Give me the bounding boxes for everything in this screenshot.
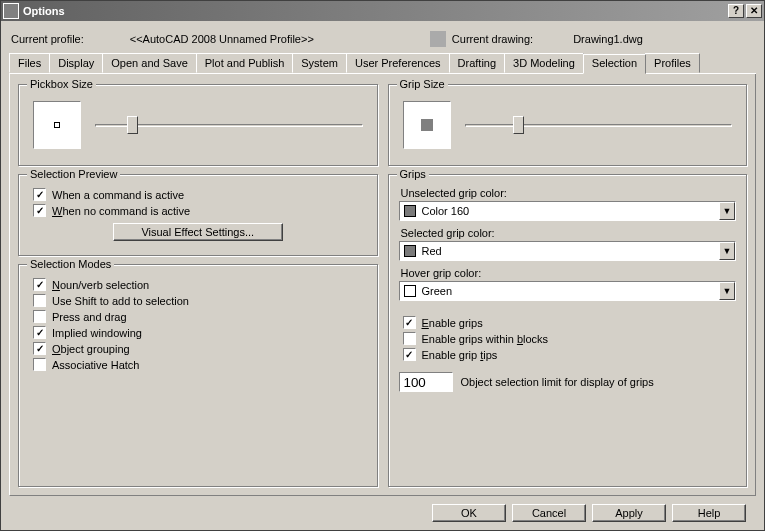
group-pickbox-size: Pickbox Size <box>18 84 378 166</box>
grips-legend: Grips <box>397 168 429 180</box>
close-titlebar-button[interactable]: ✕ <box>746 4 762 18</box>
selected-grip-color-label: Selected grip color: <box>401 227 737 239</box>
checkbox-label: Enable grip tips <box>422 349 498 361</box>
hover-grip-color-label: Hover grip color: <box>401 267 737 279</box>
checkbox-icon <box>33 310 46 323</box>
visual-effect-settings-button[interactable]: Visual Effect Settings... <box>113 223 283 241</box>
checkbox-label: Press and drag <box>52 311 127 323</box>
checkbox-icon <box>33 204 46 217</box>
grip-limit-label: Object selection limit for display of gr… <box>461 376 654 388</box>
pickbox-mark-icon <box>54 122 60 128</box>
help-button[interactable]: Help <box>672 504 746 522</box>
options-window: Options ? ✕ Current profile: <<AutoCAD 2… <box>0 0 765 531</box>
combo-value: Color 160 <box>420 205 720 217</box>
current-profile-value: <<AutoCAD 2008 Unnamed Profile>> <box>130 33 314 45</box>
color-swatch-icon <box>404 205 416 217</box>
current-drawing-label: Current drawing: <box>452 33 533 45</box>
color-swatch-icon <box>404 245 416 257</box>
checkbox-noun-verb[interactable]: Noun/verb selection <box>29 278 367 291</box>
current-drawing-value: Drawing1.dwg <box>573 33 643 45</box>
tab-system[interactable]: System <box>292 53 347 73</box>
selection-modes-legend: Selection Modes <box>27 258 114 270</box>
tab-files[interactable]: Files <box>9 53 50 73</box>
checkbox-label: When no command is active <box>52 205 190 217</box>
checkbox-object-grouping[interactable]: Object grouping <box>29 342 367 355</box>
checkbox-label: Associative Hatch <box>52 359 139 371</box>
group-grips: Grips Unselected grip color: Color 160 ▼… <box>388 174 748 487</box>
unselected-grip-color-label: Unselected grip color: <box>401 187 737 199</box>
grip-limit-input[interactable] <box>399 372 453 392</box>
tab-drafting[interactable]: Drafting <box>449 53 506 73</box>
group-selection-modes: Selection Modes Noun/verb selection Use … <box>18 264 378 487</box>
grip-size-legend: Grip Size <box>397 78 448 90</box>
checkbox-icon <box>33 188 46 201</box>
checkbox-label: When a command is active <box>52 189 184 201</box>
chevron-down-icon: ▼ <box>719 282 735 300</box>
tab-selection[interactable]: Selection <box>583 54 646 74</box>
combo-value: Red <box>420 245 720 257</box>
pickbox-legend: Pickbox Size <box>27 78 96 90</box>
combo-value: Green <box>420 285 720 297</box>
tab-panel-selection: Pickbox Size Selection Preview When a co… <box>9 74 756 496</box>
checkbox-label: Noun/verb selection <box>52 279 149 291</box>
checkbox-label: Enable grips <box>422 317 483 329</box>
group-selection-preview: Selection Preview When a command is acti… <box>18 174 378 256</box>
grip-size-slider[interactable] <box>465 114 733 136</box>
checkbox-icon <box>403 316 416 329</box>
group-grip-size: Grip Size <box>388 84 748 166</box>
checkbox-icon <box>403 348 416 361</box>
tab-plot-and-publish[interactable]: Plot and Publish <box>196 53 294 73</box>
checkbox-implied-windowing[interactable]: Implied windowing <box>29 326 367 339</box>
tab-profiles[interactable]: Profiles <box>645 53 700 73</box>
app-icon <box>3 3 19 19</box>
window-title: Options <box>23 5 728 17</box>
checkbox-label: Implied windowing <box>52 327 142 339</box>
checkbox-enable-grips[interactable]: Enable grips <box>399 316 737 329</box>
checkbox-icon <box>33 326 46 339</box>
apply-button[interactable]: Apply <box>592 504 666 522</box>
checkbox-label: Use Shift to add to selection <box>52 295 189 307</box>
checkbox-icon <box>403 332 416 345</box>
tab-strip: Files Display Open and Save Plot and Pub… <box>9 53 756 74</box>
checkbox-icon <box>33 278 46 291</box>
checkbox-when-no-command-active[interactable]: When no command is active <box>29 204 367 217</box>
titlebar: Options ? ✕ <box>1 1 764 21</box>
checkbox-enable-grips-blocks[interactable]: Enable grips within blocks <box>399 332 737 345</box>
tab-3d-modeling[interactable]: 3D Modeling <box>504 53 584 73</box>
cancel-button[interactable]: Cancel <box>512 504 586 522</box>
profile-header: Current profile: <<AutoCAD 2008 Unnamed … <box>9 27 756 53</box>
current-profile-label: Current profile: <box>11 33 84 45</box>
chevron-down-icon: ▼ <box>719 202 735 220</box>
checkbox-associative-hatch[interactable]: Associative Hatch <box>29 358 367 371</box>
grip-mark-icon <box>421 119 433 131</box>
pickbox-preview <box>33 101 81 149</box>
selected-grip-color-combo[interactable]: Red ▼ <box>399 241 737 261</box>
current-drawing-icon <box>430 31 446 47</box>
checkbox-icon <box>33 294 46 307</box>
pickbox-slider[interactable] <box>95 114 363 136</box>
hover-grip-color-combo[interactable]: Green ▼ <box>399 281 737 301</box>
checkbox-enable-grip-tips[interactable]: Enable grip tips <box>399 348 737 361</box>
tab-display[interactable]: Display <box>49 53 103 73</box>
tab-user-preferences[interactable]: User Preferences <box>346 53 450 73</box>
grip-preview <box>403 101 451 149</box>
checkbox-label: Object grouping <box>52 343 130 355</box>
ok-button[interactable]: OK <box>432 504 506 522</box>
help-titlebar-button[interactable]: ? <box>728 4 744 18</box>
dialog-buttons: OK Cancel Apply Help <box>9 496 756 530</box>
checkbox-press-and-drag[interactable]: Press and drag <box>29 310 367 323</box>
tab-open-and-save[interactable]: Open and Save <box>102 53 196 73</box>
color-swatch-icon <box>404 285 416 297</box>
selection-preview-legend: Selection Preview <box>27 168 120 180</box>
checkbox-icon <box>33 358 46 371</box>
chevron-down-icon: ▼ <box>719 242 735 260</box>
unselected-grip-color-combo[interactable]: Color 160 ▼ <box>399 201 737 221</box>
checkbox-icon <box>33 342 46 355</box>
checkbox-label: Enable grips within blocks <box>422 333 549 345</box>
checkbox-when-command-active[interactable]: When a command is active <box>29 188 367 201</box>
checkbox-use-shift[interactable]: Use Shift to add to selection <box>29 294 367 307</box>
